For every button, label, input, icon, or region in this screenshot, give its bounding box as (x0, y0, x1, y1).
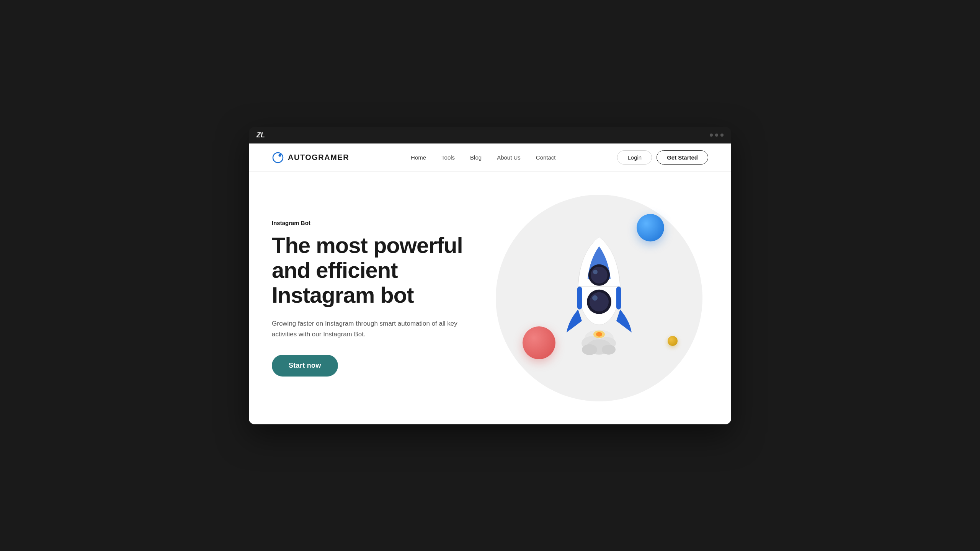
hero-title-line2: and efficient (272, 258, 398, 282)
svg-point-0 (273, 153, 283, 163)
svg-point-5 (593, 270, 598, 274)
svg-rect-9 (577, 287, 582, 310)
get-started-button[interactable]: Get Started (657, 150, 708, 165)
nav-links: Home Tools Blog About Us Contact (411, 154, 555, 161)
nav-link-home[interactable]: Home (411, 154, 426, 161)
nav-link-tools[interactable]: Tools (441, 154, 455, 161)
nav-actions: Login Get Started (617, 150, 708, 165)
svg-point-15 (582, 344, 597, 355)
svg-point-7 (590, 292, 609, 311)
logo-text: AUTOGRAMER (288, 153, 349, 162)
start-now-button[interactable]: Start now (272, 355, 338, 377)
login-button[interactable]: Login (617, 150, 652, 165)
rocket-illustration (549, 222, 649, 359)
hero-right (490, 195, 708, 401)
svg-point-1 (279, 154, 281, 156)
hero-title-line1: The most powerful (272, 233, 463, 258)
browser-dot-1 (710, 134, 713, 137)
gold-sphere (668, 336, 678, 346)
nav-link-about[interactable]: About Us (497, 154, 521, 161)
logo-icon (272, 152, 284, 164)
svg-rect-10 (616, 287, 621, 310)
svg-point-16 (602, 345, 616, 355)
svg-point-18 (596, 332, 602, 337)
logo-area: AUTOGRAMER (272, 152, 349, 164)
page-content: AUTOGRAMER Home Tools Blog About Us Cont… (249, 143, 731, 424)
hero-section: Instagram Bot The most powerful and effi… (249, 172, 731, 424)
browser-titlebar: ZL (249, 127, 731, 143)
svg-point-8 (592, 295, 598, 301)
svg-point-4 (591, 267, 608, 284)
hero-circle (496, 195, 702, 401)
browser-dot-2 (715, 134, 718, 137)
hero-left: Instagram Bot The most powerful and effi… (272, 220, 490, 377)
hero-title-line3: Instagram bot (272, 282, 414, 307)
navbar: AUTOGRAMER Home Tools Blog About Us Cont… (249, 143, 731, 172)
hero-description: Growing faster on Instagram through smar… (272, 318, 471, 341)
hero-tag: Instagram Bot (272, 220, 475, 226)
browser-dots (710, 134, 724, 137)
hero-title: The most powerful and efficient Instagra… (272, 233, 475, 308)
browser-dot-3 (720, 134, 724, 137)
rocket-container (549, 222, 649, 361)
nav-link-contact[interactable]: Contact (536, 154, 556, 161)
browser-window: ZL AUTOGRAMER Home Tools Blog About Us (249, 127, 731, 424)
browser-logo-text: ZL (256, 131, 265, 139)
nav-link-blog[interactable]: Blog (470, 154, 482, 161)
